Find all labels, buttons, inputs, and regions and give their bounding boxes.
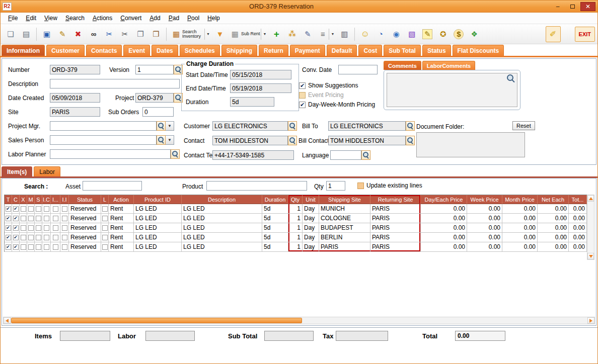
t-checkbox[interactable] — [6, 225, 11, 231]
cell-ic[interactable] — [42, 214, 51, 223]
print-button[interactable]: ▤ — [19, 26, 34, 42]
scroll-up-icon[interactable] — [587, 195, 594, 202]
tab-item-s[interactable]: Item(s) — [2, 166, 32, 176]
cell-qty[interactable]: 1 — [288, 214, 303, 223]
cell-day_each_price[interactable]: 0.00 — [421, 242, 467, 252]
tab-shipping[interactable]: Shipping — [221, 45, 257, 56]
cell-t[interactable] — [5, 233, 12, 242]
cut-special-button[interactable]: ✂ — [102, 26, 117, 42]
cell-shipping_site[interactable]: BUDAPEST — [319, 223, 370, 233]
search-inventory-button[interactable]: ▦Search Inventory▼ — [169, 26, 212, 42]
tab-contacts[interactable]: Contacts — [86, 45, 122, 56]
cell-shipping_site[interactable]: PARIS — [319, 242, 370, 252]
cell-month_price[interactable]: 0.00 — [502, 242, 538, 252]
cell-t[interactable] — [5, 204, 12, 214]
cell-day_each_price[interactable]: 0.00 — [421, 214, 467, 223]
version-field[interactable] — [135, 65, 174, 74]
billing-button[interactable]: $ — [451, 26, 466, 42]
cell-c[interactable] — [12, 233, 20, 242]
document-folder-box[interactable] — [416, 132, 525, 157]
cell-net_each[interactable]: 0.00 — [538, 233, 569, 242]
cell-x[interactable] — [20, 223, 27, 233]
cell-week_price[interactable]: 0.00 — [467, 223, 502, 233]
cell-status[interactable]: Reserved — [69, 214, 101, 223]
cell-product_id[interactable]: LG LED — [134, 223, 182, 233]
menu-search[interactable]: Search — [62, 14, 88, 23]
add-button[interactable]: + — [269, 26, 284, 42]
show-suggestions-checkbox[interactable] — [299, 82, 306, 89]
m-checkbox[interactable] — [28, 206, 34, 212]
menu-convert[interactable]: Convert — [117, 14, 145, 23]
menu-add[interactable]: Add — [146, 14, 164, 23]
cell-m[interactable] — [27, 204, 35, 214]
description-field[interactable] — [50, 79, 180, 88]
x-checkbox[interactable] — [21, 235, 26, 240]
cell-i1[interactable] — [51, 214, 60, 223]
t-checkbox[interactable] — [6, 235, 11, 240]
cell-returning_site[interactable]: PARIS — [370, 223, 421, 233]
col-m[interactable]: M — [27, 195, 35, 204]
cell-tot[interactable]: 0.00 — [569, 214, 587, 223]
search-inventory-dropdown-icon[interactable]: ▼ — [204, 29, 210, 40]
m-checkbox[interactable] — [28, 216, 34, 221]
table-vertical-scrollbar[interactable] — [587, 195, 594, 260]
fax-button[interactable]: ▥ — [337, 26, 352, 42]
ic-checkbox[interactable] — [44, 244, 49, 250]
sales-person-dropdown-icon[interactable]: ▼ — [166, 135, 174, 145]
cell-shipping_site[interactable]: COLOGNE — [319, 214, 370, 223]
tab-labor[interactable]: Labor — [34, 166, 60, 176]
contact-field[interactable] — [212, 136, 288, 145]
cell-product_id[interactable]: LG LED — [134, 214, 182, 223]
scroll-left-icon[interactable] — [4, 317, 11, 324]
start-date-field[interactable] — [230, 70, 291, 79]
cell-s[interactable] — [35, 223, 42, 233]
copies-button[interactable]: ≡▼ — [316, 26, 336, 42]
cell-ii[interactable] — [60, 214, 69, 223]
col-status[interactable]: Status — [69, 195, 101, 204]
cell-ic[interactable] — [42, 223, 51, 233]
history-clock-button[interactable]: ◔ — [373, 26, 388, 42]
tab-laborcomments[interactable]: LaborComments — [422, 61, 475, 70]
copy-button[interactable]: ❐ — [133, 26, 148, 42]
comments-textarea[interactable] — [387, 73, 517, 107]
cell-action[interactable]: Rent — [109, 233, 134, 242]
table-row[interactable]: ReservedRentLG LEDLG LED5d1DayCOLOGNEPAR… — [5, 214, 587, 223]
tab-dates[interactable]: Dates — [152, 45, 178, 56]
project-field[interactable] — [135, 93, 174, 103]
ii-checkbox[interactable] — [62, 235, 67, 240]
cell-description[interactable]: LG LED — [182, 223, 262, 233]
ic-checkbox[interactable] — [44, 206, 49, 212]
col-c[interactable]: C — [12, 195, 20, 204]
cell-unit[interactable]: Day — [303, 204, 319, 214]
asset-input[interactable] — [83, 181, 142, 191]
cell-product_id[interactable]: LG LED — [134, 242, 182, 252]
horizontal-scroll-thumb[interactable] — [11, 318, 302, 323]
cell-l[interactable] — [101, 233, 109, 242]
cell-qty[interactable]: 1 — [288, 223, 303, 233]
number-field[interactable] — [50, 65, 100, 74]
cell-x[interactable] — [20, 233, 27, 242]
s-checkbox[interactable] — [36, 225, 41, 231]
cell-x[interactable] — [20, 204, 27, 214]
cell-c[interactable] — [12, 204, 20, 214]
i1-checkbox[interactable] — [53, 206, 58, 212]
tab-event[interactable]: Event — [123, 45, 150, 56]
cell-l[interactable] — [101, 214, 109, 223]
cell-l[interactable] — [101, 204, 109, 214]
sales-person-combo[interactable] — [50, 135, 157, 145]
cell-ii[interactable] — [60, 204, 69, 214]
col-s[interactable]: S — [35, 195, 42, 204]
ii-checkbox[interactable] — [62, 216, 67, 221]
bill-contact-lookup-icon[interactable] — [406, 136, 415, 145]
menu-file[interactable]: File — [5, 14, 21, 23]
col-tot[interactable]: Tot... — [569, 195, 587, 204]
cell-status[interactable]: Reserved — [69, 233, 101, 242]
cell-net_each[interactable]: 0.00 — [538, 242, 569, 252]
cell-month_price[interactable]: 0.00 — [502, 233, 538, 242]
col-t[interactable]: T — [5, 195, 12, 204]
language-field[interactable] — [330, 150, 361, 160]
l-checkbox[interactable] — [102, 216, 108, 221]
project-mgr-combo[interactable] — [50, 121, 157, 131]
cell-duration[interactable]: 5d — [262, 204, 288, 214]
col-x[interactable]: X — [20, 195, 27, 204]
